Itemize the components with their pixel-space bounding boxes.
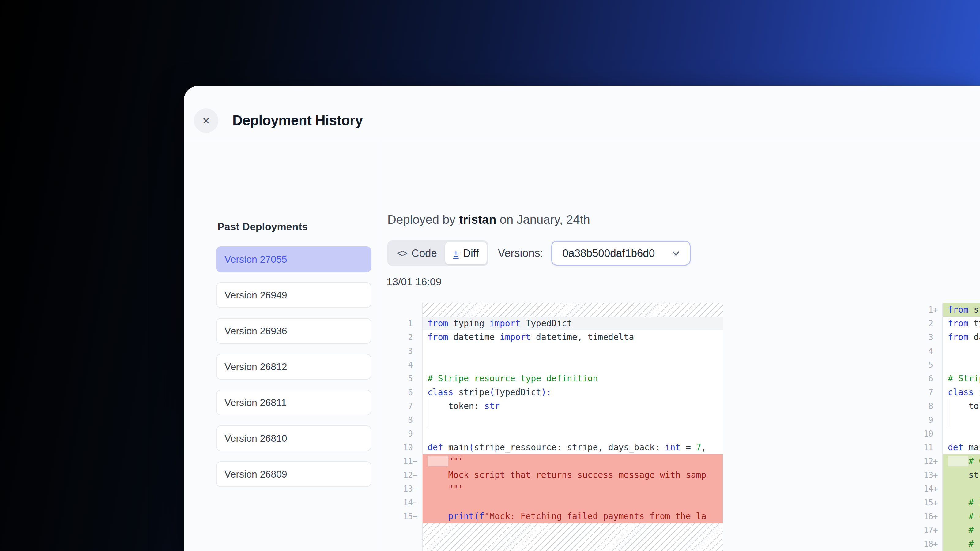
version-dropdown[interactable]: 0a38b500daf1b6d0 <box>551 241 690 266</box>
diff-row: 10 <box>912 427 980 440</box>
line-number: 10 <box>387 440 422 454</box>
code-line <box>942 344 980 358</box>
line-number: 8 <box>387 413 422 427</box>
line-number: 18+ <box>912 537 942 551</box>
code-line <box>422 344 723 358</box>
diff-row: 11− """ <box>387 454 723 468</box>
code-line: # charges = stripe_sdk.Charge.list( <box>942 510 980 523</box>
version-item[interactable]: Version 26936 <box>216 318 371 344</box>
line-number: 5 <box>387 372 422 385</box>
tab-diff[interactable]: ± Diff <box>445 242 487 265</box>
diff-row: 10def main(stripe_ressource: stripe, day… <box>387 440 723 454</box>
code-line: """ <box>422 482 723 495</box>
code-line: class stripe(TypedDict): <box>942 385 980 399</box>
line-number: 9 <box>387 427 422 440</box>
diff-row: 12− Mock script that returns success mes… <box>387 468 723 482</box>
version-item[interactable]: Version 26949 <box>216 282 371 308</box>
deploy-prefix: Deployed by <box>387 213 459 226</box>
diff-row: 11def main(stripe_ressource: stripe, day… <box>912 440 980 454</box>
code-icon: <> <box>397 248 407 259</box>
diff-row: 8 <box>387 413 723 427</box>
code-line: token: str <box>942 399 980 413</box>
diff-row: 15− print(f"Mock: Fetching failed paymen… <box>387 510 723 523</box>
deployment-history-modal: × Deployment History Past Deployments Ve… <box>184 86 980 551</box>
line-number: 14− <box>387 495 422 510</box>
modal-header: × Deployment History <box>184 86 980 141</box>
line-number: 11 <box>912 440 942 454</box>
code-line <box>422 358 723 372</box>
code-line: print(f"Mock: Fetching failed payments f… <box>422 510 723 523</box>
line-number: 6 <box>387 385 422 399</box>
code-line: Mock script that returns success message… <box>422 468 723 482</box>
close-button[interactable]: × <box>194 108 218 133</box>
line-number: 3 <box>387 344 422 358</box>
deploy-line: Deployed by tristan on January, 24th <box>387 213 590 227</box>
diff-row <box>387 303 723 316</box>
versions-label: Versions: <box>498 247 543 260</box>
line-number: 10 <box>912 427 942 440</box>
code-line: # Stripe resource type definition <box>422 372 723 385</box>
diff-row: 3 <box>387 344 723 358</box>
diff-row: 4 <box>387 358 723 372</box>
line-number: 14+ <box>912 482 942 495</box>
line-number: 16+ <box>912 510 942 523</box>
code-line: class stripe(TypedDict): <box>422 385 723 399</box>
version-hash: 0a38b500daf1b6d0 <box>563 247 655 259</box>
diff-row: 17+ # limit=limit, <box>912 523 980 537</box>
version-item[interactable]: Version 26812 <box>216 354 371 380</box>
diff-row: 9 <box>387 427 723 440</box>
diff-row: 16+ # charges = stripe_sdk.Charge.list( <box>912 510 980 523</box>
code-line <box>422 427 723 440</box>
code-line <box>942 413 980 427</box>
sidebar-heading: Past Deployments <box>218 221 308 233</box>
diff-pane-right[interactable]: 1+from stripe import stripe_ressource2fr… <box>912 303 980 551</box>
diff-row: 5# Stripe resource type definition <box>387 372 723 385</box>
plus-minus-icon: ± <box>453 248 459 259</box>
diff-row: 1from typing import TypedDict <box>387 316 723 330</box>
code-line: # In a real implementation, you woul <box>942 495 980 510</box>
code-line: # limit=limit, <box>942 523 980 537</box>
line-number: 7 <box>387 399 422 413</box>
version-item[interactable]: Version 26810 <box>216 426 371 451</box>
code-tab-label: Code <box>411 247 437 259</box>
diff-row: 1+from stripe import stripe_ressource <box>912 303 980 316</box>
diff-row: 18+ # created={"gte": int((datetime. <box>912 537 980 551</box>
line-number: 3 <box>912 330 942 344</box>
version-item[interactable]: Version 26811 <box>216 390 371 415</box>
collapsed-region-hatch <box>422 303 723 316</box>
sidebar: Past Deployments Version 27055Version 26… <box>184 142 381 551</box>
diff-row: 15+ # In a real implementation, you woul <box>912 495 980 510</box>
diff-row: 4 <box>912 344 980 358</box>
line-number: 15− <box>387 510 422 523</box>
diff-row: 7class stripe(TypedDict): <box>912 385 980 399</box>
version-item[interactable]: Version 27055 <box>216 246 371 272</box>
line-number: 11− <box>387 454 422 468</box>
diff-row <box>387 523 723 551</box>
diff-row: 6class stripe(TypedDict): <box>387 385 723 399</box>
diff-row: 8 token: str <box>912 399 980 413</box>
line-number: 5 <box>912 358 942 372</box>
line-number: 7 <box>912 385 942 399</box>
diff-row: 2from typing import TypedDict <box>912 316 980 330</box>
line-number: 9 <box>912 413 942 427</box>
code-line <box>422 413 723 427</box>
line-number: 12− <box>387 468 422 482</box>
diff-pane-left[interactable]: 1from typing import TypedDict2from datet… <box>387 303 723 551</box>
code-line: # created={"gte": int((datetime. <box>942 537 980 551</box>
tab-code[interactable]: <> Code <box>389 242 445 265</box>
line-number: 4 <box>912 344 942 358</box>
code-line: # Stripe resource type definition <box>942 372 980 385</box>
diff-row: 7 token: str <box>387 399 723 413</box>
diff-row: 5 <box>912 358 980 372</box>
line-number: 17+ <box>912 523 942 537</box>
view-toggle: <> Code ± Diff <box>387 240 488 266</box>
page-title: Deployment History <box>232 112 363 129</box>
line-number: 12+ <box>912 454 942 468</box>
main-content: Deployed by tristan on January, 24th <> … <box>382 142 980 551</box>
code-line: # Configure Stripe SDK with the API <box>942 454 980 468</box>
diff-row: 3from datetime import datetime, timedelt… <box>912 330 980 344</box>
line-number: 1 <box>387 316 422 330</box>
deploy-user: tristan <box>459 213 496 226</box>
chevron-down-icon <box>671 248 681 258</box>
version-item[interactable]: Version 26809 <box>216 461 371 487</box>
